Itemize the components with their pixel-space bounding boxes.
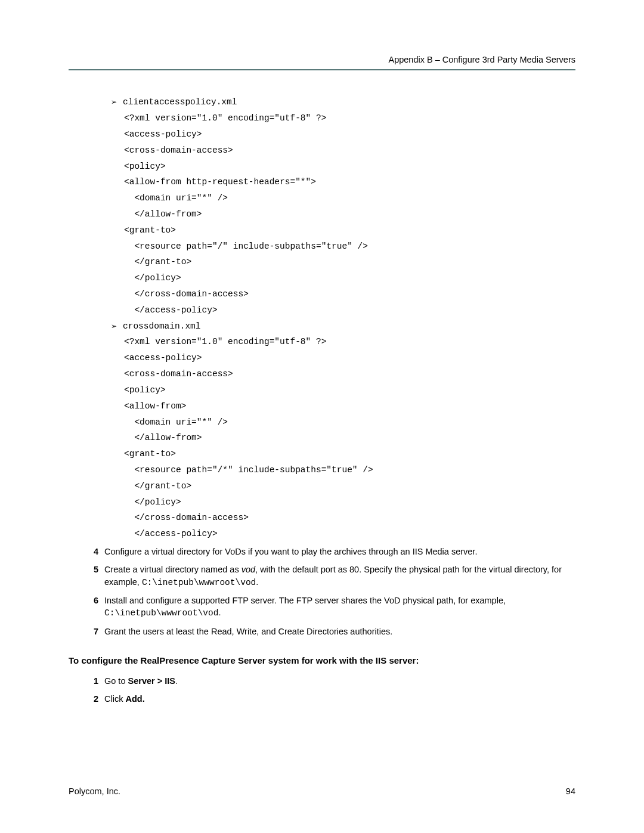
xml-filename: crossdomain.xml: [123, 318, 201, 335]
step-number: 4: [85, 546, 98, 558]
list-item: 1Go to Server > IIS.: [85, 675, 575, 687]
xml-section: ➢clientaccesspolicy.xml<?xml version="1.…: [69, 94, 575, 542]
page-footer: Polycom, Inc. 94: [69, 785, 575, 797]
list-item: 4Configure a virtual directory for VoDs …: [85, 546, 575, 558]
code-text: C:\inetpub\wwwroot\vod: [104, 608, 218, 618]
triangle-bullet-icon: ➢: [111, 95, 117, 109]
section-heading: To configure the RealPresence Capture Se…: [69, 654, 575, 667]
list-item: 5Create a virtual directory named as vod…: [85, 563, 575, 589]
xml-bullet-item: ➢crossdomain.xml: [111, 318, 575, 335]
xml-bullet-item: ➢clientaccesspolicy.xml: [111, 94, 575, 110]
step-number: 1: [85, 675, 98, 687]
step-number: 7: [85, 625, 98, 637]
step-list-1: 4Configure a virtual directory for VoDs …: [85, 546, 575, 637]
step-text: Grant the users at least the Read, Write…: [104, 625, 575, 637]
list-item: 6Install and configure a supported FTP s…: [85, 594, 575, 620]
document-page: Appendix B – Configure 3rd Party Media S…: [0, 0, 644, 747]
list-item: 2Click Add.: [85, 693, 575, 705]
step-text: Install and configure a supported FTP se…: [104, 594, 575, 620]
bold-text: Server > IIS: [128, 676, 175, 686]
header-breadcrumb: Appendix B – Configure 3rd Party Media S…: [69, 54, 575, 66]
xml-code-block: <?xml version="1.0" encoding="utf-8" ?> …: [124, 110, 575, 318]
triangle-bullet-icon: ➢: [111, 320, 117, 333]
header-rule: [69, 69, 575, 70]
step-list-2: 1Go to Server > IIS.2Click Add.: [85, 675, 575, 705]
step-number: 2: [85, 693, 98, 705]
step-text: Create a virtual directory named as vod,…: [104, 563, 575, 589]
step-number: 6: [85, 594, 98, 620]
footer-company: Polycom, Inc.: [69, 785, 120, 797]
step-text: Go to Server > IIS.: [104, 675, 575, 687]
list-item: 7Grant the users at least the Read, Writ…: [85, 625, 575, 637]
bold-text: Add.: [125, 694, 144, 704]
xml-code-block: <?xml version="1.0" encoding="utf-8" ?> …: [124, 334, 575, 542]
footer-page-number: 94: [566, 785, 575, 797]
italic-text: vod: [242, 565, 255, 574]
code-text: C:\inetpub\wwwroot\vod: [142, 578, 256, 587]
step-number: 5: [85, 563, 98, 589]
step-text: Click Add.: [104, 693, 575, 705]
xml-filename: clientaccesspolicy.xml: [123, 94, 237, 110]
step-text: Configure a virtual directory for VoDs i…: [104, 546, 575, 558]
